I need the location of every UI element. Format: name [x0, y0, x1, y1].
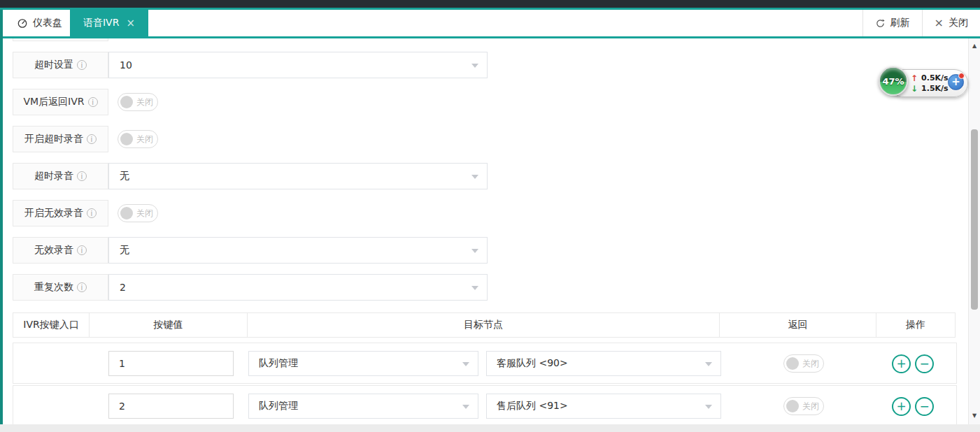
vm-return-ivr-toggle[interactable]: 关闭	[118, 93, 158, 111]
header-target-node: 目标节点	[247, 312, 720, 338]
scroll-down-icon[interactable]: ▼	[969, 412, 980, 419]
percent-label: 47%	[882, 76, 904, 87]
notification-dot	[958, 73, 965, 79]
close-label: 关闭	[949, 17, 968, 29]
target-queue-select[interactable]: 客服队列 <90>	[486, 351, 721, 376]
select-value: 10	[120, 59, 132, 71]
info-icon[interactable]: i	[77, 245, 87, 255]
field-label-text: 开启无效录音	[24, 207, 83, 219]
repeat-count-select[interactable]: 2	[108, 274, 488, 301]
node-type-select[interactable]: 队列管理	[248, 394, 478, 419]
select-value: 无	[120, 244, 129, 257]
info-icon[interactable]: i	[77, 60, 87, 70]
enable-timeout-recording-toggle[interactable]: 关闭	[118, 130, 158, 148]
bottom-edge-strip	[0, 424, 980, 432]
add-row-button[interactable]: +	[892, 354, 911, 373]
field-label: VM后返回IVR i	[13, 89, 108, 115]
download-speed: 1.5K/s	[921, 84, 949, 93]
timeout-recording-select[interactable]: 无	[108, 163, 488, 189]
header-operation: 操作	[876, 312, 956, 338]
field-label: 重复次数 i	[13, 274, 108, 301]
field-label-text: 超时录音	[34, 170, 73, 182]
select-value: 售后队列 <91>	[497, 400, 568, 412]
ivr-table-header: IVR按键入口 按键值 目标节点 返回 操作	[13, 312, 957, 338]
field-label: 开启超时录音 i	[13, 126, 108, 152]
header-key-value: 按键值	[89, 312, 248, 338]
caret-down-icon	[471, 286, 478, 290]
toggle-state-label: 关闭	[136, 208, 153, 219]
net-speeds: ↑ 0.5K/s ↓ 1.5K/s	[911, 69, 949, 97]
refresh-label: 刷新	[890, 17, 910, 29]
caret-down-icon	[471, 249, 478, 253]
caret-down-icon	[705, 405, 712, 409]
field-label-text: VM后返回IVR	[23, 96, 84, 108]
toggle-knob	[786, 400, 799, 412]
gauge-icon	[17, 17, 28, 29]
refresh-icon	[875, 18, 886, 29]
close-button[interactable]: × 关闭	[922, 10, 980, 36]
invalid-recording-select[interactable]: 无	[108, 237, 488, 264]
plus-icon: +	[896, 401, 906, 412]
field-label-text: 重复次数	[34, 281, 73, 294]
table-row: 2 队列管理 售后队列 <91> 关闭 + −	[13, 385, 957, 426]
field-label-text: 开启超时录音	[24, 133, 83, 145]
info-icon[interactable]: i	[77, 282, 87, 292]
field-label: 超时录音 i	[13, 163, 108, 189]
key-value-input[interactable]: 1	[108, 351, 234, 376]
memory-percent-badge[interactable]: 47%	[879, 66, 908, 96]
toggle-state-label: 关闭	[136, 134, 153, 145]
field-row-enable-invalid-recording: 开启无效录音 i 关闭	[13, 200, 502, 226]
refresh-button[interactable]: 刷新	[862, 10, 922, 36]
select-value: 2	[120, 282, 126, 293]
toggle-state-label: 关闭	[802, 358, 819, 370]
add-row-button[interactable]: +	[892, 397, 911, 416]
info-icon[interactable]: i	[87, 134, 97, 144]
target-queue-select[interactable]: 售后队列 <91>	[486, 394, 721, 419]
info-icon[interactable]: i	[77, 171, 87, 181]
select-value: 无	[120, 170, 129, 182]
remove-row-button[interactable]: −	[915, 397, 934, 416]
toggle-knob	[120, 96, 133, 108]
select-value: 队列管理	[259, 400, 298, 412]
return-toggle[interactable]: 关闭	[783, 397, 824, 415]
return-toggle[interactable]: 关闭	[783, 354, 824, 373]
caret-down-icon	[462, 362, 469, 366]
node-type-select[interactable]: 队列管理	[248, 351, 478, 376]
timeout-setting-select[interactable]: 10	[108, 52, 488, 78]
clipped-field-box	[13, 38, 108, 41]
tab-dashboard-label: 仪表盘	[33, 17, 62, 29]
enable-invalid-recording-toggle[interactable]: 关闭	[118, 204, 158, 222]
toggle-knob	[786, 357, 799, 370]
header-ivr-key-entry: IVR按键入口	[13, 312, 90, 338]
minus-icon: −	[919, 358, 929, 370]
remove-row-button[interactable]: −	[915, 354, 934, 373]
field-label: 无效录音 i	[13, 237, 108, 264]
scroll-up-icon[interactable]: ▲	[969, 43, 980, 49]
info-icon[interactable]: i	[88, 97, 98, 107]
toggle-knob	[120, 133, 133, 145]
tab-voice-ivr-label: 语音IVR	[83, 17, 119, 29]
tab-close-icon[interactable]: ×	[126, 18, 135, 29]
select-value: 队列管理	[259, 357, 298, 370]
info-icon[interactable]: i	[87, 208, 97, 218]
scrollbar-thumb[interactable]	[971, 129, 978, 310]
widget-add-button[interactable]: +	[948, 74, 964, 90]
field-label-text: 超时设置	[34, 59, 73, 71]
upload-speed: 0.5K/s	[921, 73, 949, 82]
field-label: 超时设置 i	[13, 52, 108, 78]
minus-icon: −	[919, 401, 929, 412]
field-label-text: 无效录音	[34, 244, 73, 257]
tab-voice-ivr[interactable]: 语音IVR ×	[70, 8, 148, 38]
net-speed-widget[interactable]: ↑ 0.5K/s ↓ 1.5K/s + 47%	[879, 66, 971, 100]
close-icon: ×	[935, 17, 944, 29]
tab-dashboard[interactable]: 仪表盘	[11, 10, 68, 36]
window-top-strip	[0, 0, 980, 8]
field-row-vm-return-ivr: VM后返回IVR i 关闭	[13, 89, 502, 115]
field-row-timeout-setting: 超时设置 i 10	[13, 52, 502, 78]
field-row-repeat-count: 重复次数 i 2	[13, 274, 502, 301]
key-value-input[interactable]: 2	[108, 394, 234, 419]
key-value-text: 1	[119, 358, 125, 369]
upload-arrow-icon: ↑	[911, 74, 918, 82]
toggle-knob	[120, 207, 133, 219]
plus-icon: +	[951, 77, 960, 87]
